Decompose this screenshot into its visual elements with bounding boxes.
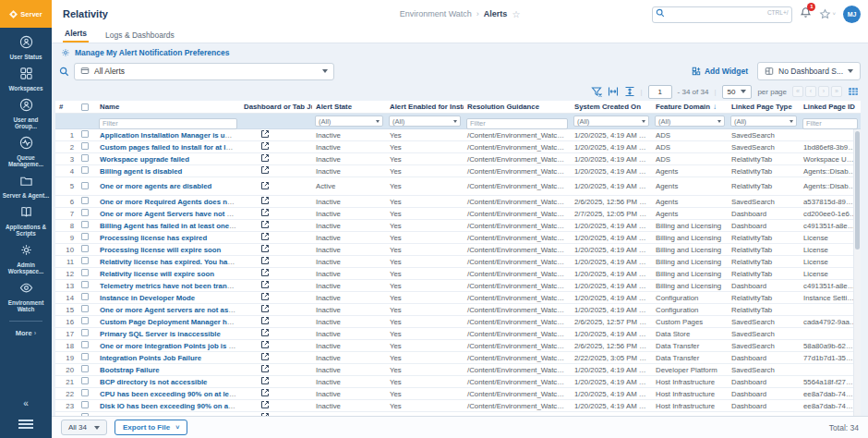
- row-checkbox[interactable]: [81, 166, 89, 174]
- vertical-scrollbar-thumb[interactable]: [855, 131, 860, 249]
- alert-name-link[interactable]: Relativity license will expire soon: [100, 270, 214, 278]
- favorite-star-icon[interactable]: ☆: [512, 9, 520, 19]
- external-link-icon[interactable]: [260, 268, 270, 277]
- row-checkbox[interactable]: [81, 281, 89, 288]
- table-row[interactable]: 2Custom pages failed to install for at l…: [55, 141, 861, 153]
- alert-name-link[interactable]: Bootstrap Failure: [100, 366, 160, 374]
- table-row[interactable]: 12Relativity license will expire soonIna…: [55, 268, 861, 280]
- row-checkbox[interactable]: [81, 182, 89, 189]
- row-checkbox[interactable]: [81, 257, 89, 264]
- sort-desc-icon[interactable]: ↓: [713, 103, 717, 111]
- column-header-jump[interactable]: Dashboard or Tab Jum...: [240, 103, 312, 111]
- column-header-enabled[interactable]: Alert Enabled for Insta...: [386, 103, 464, 111]
- notifications-button[interactable]: 1: [800, 6, 812, 22]
- alert-name-link[interactable]: One or more Agent servers are not assign…: [100, 306, 240, 314]
- sidebar-more-button[interactable]: More ›: [16, 329, 37, 337]
- row-checkbox[interactable]: [81, 329, 89, 336]
- next-page-button[interactable]: ›: [818, 86, 829, 97]
- external-link-icon[interactable]: [260, 316, 270, 325]
- external-link-icon[interactable]: [260, 352, 270, 361]
- table-row[interactable]: 11Relativity license has expired. You ha…: [55, 256, 861, 268]
- column-header-created[interactable]: System Created On: [571, 103, 652, 111]
- clear-filters-icon[interactable]: [591, 86, 602, 97]
- filter-select[interactable]: (All): [573, 116, 649, 127]
- column-header-check[interactable]: [78, 103, 96, 111]
- row-checkbox[interactable]: [81, 221, 89, 228]
- row-checkbox[interactable]: [81, 389, 89, 396]
- table-row[interactable]: 16Custom Page Deployment Manager has not…: [55, 316, 861, 328]
- external-link-icon[interactable]: [260, 153, 270, 163]
- external-link-icon[interactable]: [260, 376, 270, 385]
- alert-name-link[interactable]: Custom Page Deployment Manager has not u…: [100, 318, 240, 326]
- alert-name-link[interactable]: Instance in Developer Mode: [100, 294, 195, 302]
- row-checkbox[interactable]: [81, 233, 89, 240]
- column-header-name[interactable]: Name: [96, 103, 240, 111]
- alert-name-link[interactable]: Relativity license has expired. You have…: [100, 258, 240, 266]
- alert-name-link[interactable]: Workspace upgrade failed: [100, 155, 189, 164]
- table-row[interactable]: 10Processing license will expire soonIna…: [55, 244, 861, 256]
- table-row[interactable]: 1Application Installation Manager is unh…: [55, 129, 861, 141]
- table-row[interactable]: 23Disk IO has been exceeding 90% on at l…: [55, 400, 861, 412]
- table-row[interactable]: 13Telemetry metrics have not been transm…: [55, 280, 861, 292]
- row-checkbox[interactable]: [81, 305, 89, 312]
- filter-select[interactable]: (All): [730, 116, 797, 127]
- sidebar-item-workspaces[interactable]: Workspaces: [0, 67, 52, 91]
- table-row[interactable]: 3Workspace upgrade failedInactiveYes/Con…: [55, 153, 861, 165]
- alert-name-link[interactable]: CPU has been exceeding 90% on at least o…: [100, 390, 240, 398]
- external-link-icon[interactable]: [260, 388, 270, 397]
- table-row[interactable]: 5One or more agents are disabledActiveYe…: [55, 177, 861, 196]
- table-row[interactable]: 15One or more Agent servers are not assi…: [55, 304, 861, 316]
- tab-logs-dashboards[interactable]: Logs & Dashboards: [103, 30, 176, 43]
- external-link-icon[interactable]: [260, 304, 270, 313]
- mass-selection-dropdown[interactable]: All 34: [61, 420, 107, 435]
- row-checkbox[interactable]: [81, 365, 89, 372]
- sidebar-item-user-and-group[interactable]: User and Group...: [0, 98, 52, 129]
- external-link-icon[interactable]: [260, 256, 270, 265]
- row-checkbox[interactable]: [81, 269, 89, 276]
- alert-name-link[interactable]: BCP directory is not accessible: [100, 378, 207, 386]
- sidebar-item-server-agents[interactable]: Server & Agent...: [0, 174, 52, 199]
- alert-name-link[interactable]: Processing license will expire soon: [100, 246, 221, 254]
- select-all-checkbox[interactable]: [81, 103, 89, 111]
- external-link-icon[interactable]: [260, 129, 270, 139]
- external-link-icon[interactable]: [260, 181, 270, 190]
- filter-input[interactable]: [466, 118, 568, 129]
- view-search-icon[interactable]: [59, 67, 69, 77]
- row-checkbox[interactable]: [81, 401, 89, 408]
- filter-select[interactable]: (All): [655, 116, 725, 127]
- filter-input[interactable]: [99, 118, 237, 129]
- tab-alerts[interactable]: Alerts: [63, 29, 89, 43]
- alert-name-link[interactable]: One or more agents are disabled: [100, 182, 211, 190]
- external-link-icon[interactable]: [260, 196, 270, 205]
- external-link-icon[interactable]: [260, 280, 270, 289]
- column-header-num[interactable]: #: [55, 103, 78, 111]
- sidebar-item-user-status[interactable]: User Status: [0, 35, 52, 60]
- external-link-icon[interactable]: [260, 400, 270, 409]
- table-row[interactable]: 7One or more Agent Servers have not been…: [55, 208, 861, 220]
- alert-name-link[interactable]: Processing license has expired: [100, 234, 207, 242]
- row-checkbox[interactable]: [81, 209, 89, 216]
- column-header-guidance[interactable]: Resolution Guidance: [464, 103, 571, 111]
- table-row[interactable]: 22CPU has been exceeding 90% on at least…: [55, 388, 861, 400]
- table-row[interactable]: 6One or more Required Agents does not ex…: [55, 196, 861, 208]
- alert-name-link[interactable]: Telemetry metrics have not been transmit…: [100, 282, 240, 290]
- row-checkbox[interactable]: [81, 317, 89, 324]
- alert-name-link[interactable]: Integration Points Job Failure: [100, 354, 201, 362]
- breadcrumb-parent[interactable]: Environment Watch: [400, 9, 472, 18]
- external-link-icon[interactable]: [260, 292, 270, 301]
- external-link-icon[interactable]: [260, 220, 270, 229]
- grid-view-toggle-icon[interactable]: [848, 86, 859, 97]
- row-checkbox[interactable]: [81, 154, 89, 162]
- sidebar-item-admin-workspaces[interactable]: Admin Workspace...: [0, 243, 52, 274]
- alert-name-link[interactable]: One or more Integration Points job is st…: [100, 342, 240, 350]
- column-header-page_id[interactable]: Linked Page ID: [800, 103, 861, 111]
- favorites-menu-button[interactable]: ˅: [819, 8, 836, 20]
- sidebar-item-environment-watch[interactable]: Environment Watch: [0, 281, 52, 312]
- row-checkbox[interactable]: [81, 130, 89, 138]
- filter-select[interactable]: (All): [389, 116, 461, 127]
- row-checkbox[interactable]: [81, 293, 89, 300]
- alert-name-link[interactable]: One or more Agent Servers have not been …: [100, 210, 240, 218]
- page-number-input[interactable]: [648, 85, 672, 99]
- row-checkbox[interactable]: [81, 142, 89, 150]
- sidebar-item-queue-management[interactable]: Queue Manageme...: [0, 136, 52, 167]
